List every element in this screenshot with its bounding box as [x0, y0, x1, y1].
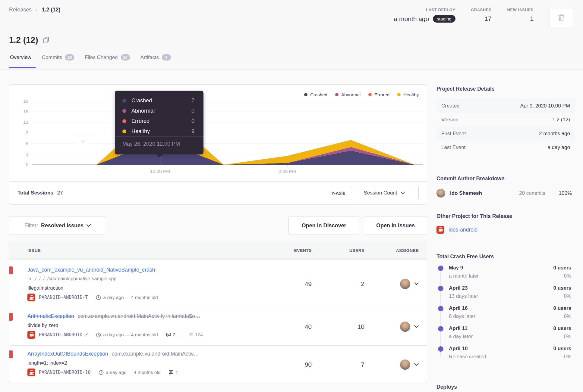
java-project-icon	[436, 226, 444, 234]
assignee-avatar[interactable]	[400, 279, 410, 289]
issue-location: in ../../../../src/main/cpp/native-sampl…	[27, 275, 276, 283]
total-sessions-label: Total Sessions	[17, 190, 53, 196]
legend-dot	[304, 93, 307, 96]
legend-abnormal[interactable]: Abnormal	[335, 92, 361, 97]
open-in-issues-button[interactable]: Open in Issues	[364, 216, 427, 235]
svg-text:0: 0	[26, 162, 28, 167]
area-chart: 036912151812:00 PM2:00 PM	[9, 85, 427, 182]
java-project-icon	[27, 369, 35, 376]
tab-files-changed[interactable]: Files Changed 14	[85, 54, 130, 68]
stat-new-issues: NEW ISSUES 1	[507, 8, 534, 22]
tab-badge: 0	[162, 54, 171, 61]
assignee-avatar[interactable]	[400, 359, 410, 370]
project-slug: PARANOID-ANDROID-10	[39, 370, 91, 375]
svg-text:18: 18	[23, 98, 28, 104]
issue-comments: 2	[166, 332, 176, 338]
stat-value: 1	[530, 15, 534, 22]
stat-label: LAST DEPLOY	[426, 8, 455, 12]
tab-overview[interactable]: Overview	[10, 54, 31, 68]
timeline-date: April 10	[449, 346, 468, 352]
release-details-table: Created Apr 9, 2020 10:00 PM Version 1.2…	[436, 99, 575, 154]
timeline-dot	[438, 266, 443, 271]
column-events: EVENTS	[276, 248, 312, 253]
timeline-pct: 0%	[564, 354, 571, 360]
other-project-row: idos-android	[436, 226, 575, 234]
legend-crashed[interactable]: Crashed	[304, 92, 327, 97]
timeline-sub: a day later	[449, 334, 473, 340]
zero-data-label: 0	[78, 136, 87, 146]
breadcrumb: Releases › 1.2 (12)	[9, 7, 60, 13]
tab-commits[interactable]: Commits 20	[42, 54, 74, 68]
column-issue: ISSUE	[9, 248, 276, 253]
issue-meta: PARANOID-ANDROID-10a day ago — 4 months …	[27, 369, 276, 376]
sidebar: Project Release Details Created Apr 9, 2…	[436, 86, 575, 390]
issue-detail: divide by zero	[27, 321, 276, 329]
clock-icon	[96, 295, 101, 300]
tooltip-dot	[122, 119, 126, 123]
open-in-discover-button[interactable]: Open in Discover	[288, 216, 359, 235]
tooltip-row-abnormal: Abnormal 0	[122, 106, 194, 116]
issue-annotation[interactable]: SI-124	[189, 332, 203, 338]
chevron-down-icon	[401, 192, 405, 194]
legend-dot	[368, 93, 372, 96]
breadcrumb-releases[interactable]: Releases	[9, 7, 32, 13]
timeline-pct: 0%	[564, 334, 571, 340]
timeline-sub: 6 days later	[449, 313, 475, 319]
copy-icon[interactable]	[43, 37, 49, 43]
chevron-down-icon[interactable]	[414, 325, 419, 328]
tooltip-row-errored: Errored 0	[122, 116, 194, 126]
legend-healthy[interactable]: Healthy	[397, 92, 419, 97]
release-title: 1.2 (12)	[9, 35, 38, 45]
issue-title-link[interactable]: ArrayIndexOutOfBoundsException	[27, 351, 108, 357]
issue-age: a day ago — 4 months old	[96, 332, 158, 338]
page-header: Releases › 1.2 (12) LAST DEPLOY a month …	[0, 0, 583, 70]
author-avatar	[436, 189, 445, 198]
issues-table: ISSUE EVENTS USERS ASSIGNEE Java_com_exa…	[9, 241, 427, 383]
total-sessions-value: 27	[57, 190, 63, 196]
issue-age: a day ago — 4 months old	[99, 370, 161, 375]
timeline-users: 0 users	[553, 305, 571, 311]
svg-text:3: 3	[26, 151, 28, 157]
java-project-icon	[27, 294, 35, 301]
svg-text:9: 9	[26, 130, 28, 135]
issue-row: Java_com_example_vu_android_NativeSample…	[9, 260, 427, 308]
issue-assignee	[364, 308, 419, 345]
chevron-down-icon[interactable]	[414, 363, 419, 366]
issue-events-count: 49	[276, 260, 312, 308]
stat-value: a month ago	[394, 15, 429, 23]
issue-cell: ArrayIndexOutOfBoundsExceptioncom.exampl…	[9, 346, 276, 383]
chevron-down-icon[interactable]	[414, 282, 419, 285]
author-percent: 100%	[545, 190, 572, 196]
timeline-dot	[438, 346, 443, 352]
delete-release-button[interactable]	[549, 8, 573, 27]
issues-filter-dropdown[interactable]: Filter: Resolved Issues	[9, 216, 106, 235]
tab-artifacts[interactable]: Artifacts 0	[140, 54, 171, 68]
issue-users-count: 2	[312, 260, 364, 308]
other-project-link[interactable]: idos-android	[449, 227, 477, 233]
environment-badge: staging	[433, 15, 455, 23]
chart-tooltip: Crashed 7 Abnormal 0 Errored 0 Healthy 9…	[115, 91, 203, 154]
timeline-date: April 16	[449, 305, 468, 311]
legend-errored[interactable]: Errored	[368, 92, 389, 97]
yaxis-label: Y-Axis	[331, 191, 345, 196]
tooltip-row-crashed: Crashed 7	[122, 95, 194, 106]
issue-age: a day ago — 4 months old	[96, 295, 158, 300]
timeline-date: April 11	[449, 325, 467, 331]
issue-title-link[interactable]: ArithmeticException	[27, 313, 74, 319]
project-slug: PARANOID-ANDROID-Z	[39, 332, 88, 338]
svg-text:15: 15	[23, 109, 28, 114]
chart-legend: Crashed Abnormal Errored Healthy	[304, 92, 419, 97]
timeline-dot	[438, 326, 443, 331]
issue-events-count: 40	[276, 308, 312, 345]
tooltip-row-healthy: Healthy 9	[122, 126, 194, 136]
assignee-avatar[interactable]	[400, 322, 410, 332]
detail-row: Version 1.2 (12)	[436, 113, 575, 127]
yaxis-select[interactable]: Session Count	[350, 186, 419, 200]
sessions-chart: 036912151812:00 PM2:00 PM 0 Crashed Abno…	[9, 85, 427, 182]
issue-events-count: 90	[276, 346, 312, 383]
commit-author-row: Ido Shemesh 20 commits 100%	[436, 189, 575, 198]
issue-title-link[interactable]: Java_com_example_vu_android_NativeSample…	[27, 267, 155, 273]
breadcrumb-chevron-icon: ›	[36, 7, 37, 13]
project-slug: PARANOID-ANDROID-T	[39, 295, 88, 300]
issue-comments: 1	[169, 370, 178, 375]
